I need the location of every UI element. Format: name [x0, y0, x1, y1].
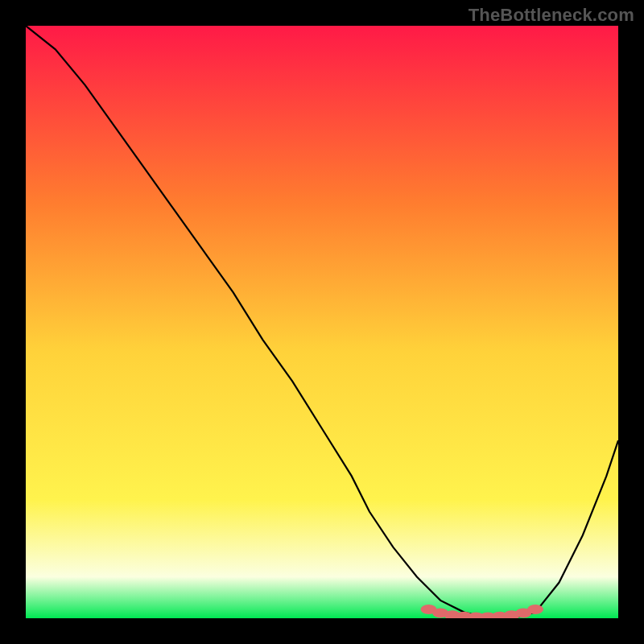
chart-frame: TheBottleneck.com — [0, 0, 644, 644]
optimal-marker — [527, 605, 543, 614]
plot-area — [26, 26, 618, 618]
gradient-background — [26, 26, 618, 618]
watermark-text: TheBottleneck.com — [469, 5, 634, 26]
chart-svg — [26, 26, 618, 618]
